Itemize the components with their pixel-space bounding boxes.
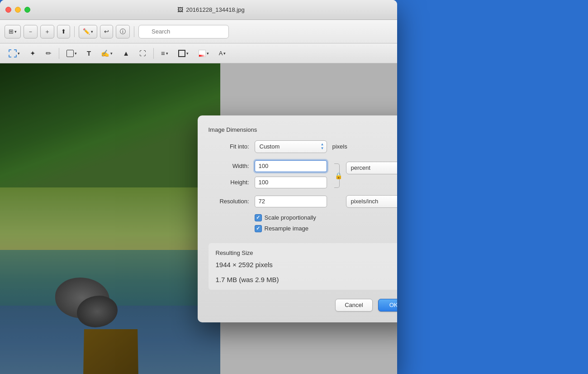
- chevron-down-icon-4: ▾: [75, 51, 77, 56]
- crop-icon: ⛶: [139, 49, 146, 57]
- zoom-out-icon: －: [28, 28, 33, 36]
- close-button[interactable]: [5, 7, 11, 13]
- list-button[interactable]: ≡ ▾: [157, 46, 172, 61]
- dimensions-group: Width: Height: 🔒: [209, 160, 398, 190]
- resolution-group: Resolution: pixels/inch ▲ ▼: [209, 195, 398, 208]
- font-icon: A: [219, 50, 223, 57]
- chevron-down-icon: ▾: [14, 29, 17, 34]
- maximize-button[interactable]: [24, 7, 30, 13]
- chevron-down-icon-6: ▾: [166, 51, 168, 56]
- font-button[interactable]: A ▾: [215, 46, 230, 61]
- window-title-area: 🖼 20161228_134418.jpg: [30, 6, 392, 13]
- traffic-lights: [5, 7, 30, 13]
- fill-color-icon: [199, 50, 206, 57]
- scale-proportionally-label[interactable]: Scale proportionally: [265, 214, 316, 221]
- height-input[interactable]: [255, 177, 327, 188]
- rotate-button[interactable]: ↩: [100, 25, 113, 38]
- resample-image-checkbox[interactable]: ✓: [255, 225, 262, 232]
- shapes-icon: [66, 50, 74, 57]
- signature-icon: ✍: [101, 49, 109, 58]
- chevron-down-icon-3: ▾: [18, 51, 20, 56]
- toolbar-separator-2: [134, 26, 134, 37]
- dialog-buttons: Cancel OK: [209, 299, 398, 312]
- resolution-unit-select[interactable]: pixels/inch: [346, 195, 398, 208]
- signature-button[interactable]: ✍ ▾: [97, 46, 117, 61]
- pen-icon: ✏️: [83, 28, 90, 35]
- toolbar-separator-1: [74, 26, 75, 37]
- dialog-title: Image Dimensions: [209, 126, 398, 133]
- resolution-input[interactable]: [255, 196, 327, 207]
- resample-image-wrapper: ✓ Resample image: [255, 225, 398, 232]
- chevron-down-icon-8: ▾: [207, 51, 209, 56]
- sketch-button[interactable]: ✏: [42, 46, 56, 61]
- shapes-button[interactable]: ▾: [62, 46, 81, 61]
- file-icon: 🖼: [177, 6, 183, 13]
- zoom-out-button[interactable]: －: [24, 25, 38, 38]
- text-button[interactable]: T: [83, 46, 95, 61]
- lock-icon[interactable]: 🔒: [335, 172, 342, 179]
- sidebar-toggle-button[interactable]: ⊞ ▾: [5, 25, 21, 38]
- border-color-button[interactable]: ▾: [174, 46, 193, 61]
- resolution-label: Resolution:: [209, 198, 249, 205]
- info-icon: ⓘ: [120, 28, 126, 36]
- result-section: Resulting Size 1944 × 2592 pixels 1.7 MB…: [209, 243, 398, 290]
- text-icon: T: [87, 49, 91, 57]
- resample-image-label[interactable]: Resample image: [265, 225, 309, 232]
- adjust-icon: ▲: [123, 49, 129, 57]
- instant-alpha-button[interactable]: ✦: [26, 46, 40, 61]
- chevron-down-icon-2: ▾: [91, 29, 93, 34]
- chevron-down-icon-7: ▾: [186, 51, 189, 56]
- annotate-button[interactable]: ⓘ: [116, 25, 130, 38]
- checkmark-icon-2: ✓: [256, 225, 260, 231]
- resolution-row: Resolution:: [209, 196, 327, 207]
- result-section-title: Resulting Size: [216, 249, 398, 256]
- draw-toolbar: ▾ ✦ ✏ ▾ T ✍ ▾ ▲ ⛶ ≡ ▾: [0, 43, 397, 63]
- unit-select-wrapper: percent ▲ ▼: [346, 162, 398, 174]
- zoom-in-button[interactable]: ＋: [40, 25, 54, 38]
- sidebar-icon: ⊞: [9, 28, 14, 35]
- checkmark-icon-1: ✓: [256, 215, 260, 221]
- wh-inputs: Width: Height:: [209, 160, 327, 188]
- fit-into-select[interactable]: Custom: [255, 140, 327, 153]
- toolbar: ⊞ ▾ － ＋ ⬆ ✏️ ▾ ↩ ⓘ 🔍: [0, 20, 397, 43]
- percent-select[interactable]: percent: [346, 162, 398, 174]
- search-input[interactable]: [138, 25, 229, 38]
- selection-icon: [9, 49, 17, 58]
- ok-button[interactable]: OK: [378, 299, 397, 312]
- adjust-color-button[interactable]: ▲: [119, 46, 133, 61]
- fit-into-row: Fit into: Custom ▲ ▼ pixels: [209, 140, 398, 153]
- draw-separator-2: [153, 48, 154, 59]
- scale-proportionally-wrapper: ✓ Scale proportionally: [255, 214, 398, 221]
- pencil-icon: ✏: [46, 49, 52, 58]
- share-icon: ⬆: [61, 28, 66, 35]
- fit-into-unit-label: pixels: [332, 143, 347, 150]
- result-dimensions: 1944 × 2592 pixels: [216, 261, 398, 269]
- scale-proportionally-checkbox[interactable]: ✓: [255, 214, 262, 221]
- fill-color-button[interactable]: ▾: [194, 46, 213, 61]
- resolution-unit-select-wrapper: pixels/inch ▲ ▼: [346, 195, 398, 208]
- cancel-button[interactable]: Cancel: [335, 299, 372, 312]
- modal-overlay: Image Dimensions Fit into: Custom ▲ ▼ pi…: [0, 63, 397, 374]
- chevron-down-icon-9: ▾: [223, 51, 226, 56]
- fit-into-select-wrapper: Custom ▲ ▼: [255, 140, 327, 153]
- minimize-button[interactable]: [15, 7, 21, 13]
- width-input[interactable]: [255, 160, 327, 172]
- chevron-down-icon-5: ▾: [110, 51, 113, 56]
- draw-separator-1: [59, 48, 59, 59]
- markup-button[interactable]: ✏️ ▾: [79, 25, 97, 38]
- lock-bracket-wrapper: 🔒: [327, 162, 341, 190]
- window-title: 20161228_134418.jpg: [186, 6, 244, 13]
- search-wrapper: 🔍: [138, 25, 229, 38]
- selection-tool-button[interactable]: ▾: [5, 46, 24, 61]
- magic-wand-icon: ✦: [30, 49, 36, 58]
- share-button[interactable]: ⬆: [57, 25, 70, 38]
- height-label: Height:: [209, 179, 249, 186]
- border-color-icon: [178, 50, 185, 57]
- width-row: Width:: [209, 160, 327, 172]
- zoom-in-icon: ＋: [44, 28, 50, 36]
- height-row: Height:: [209, 177, 327, 188]
- width-label: Width:: [209, 163, 249, 169]
- crop-button[interactable]: ⛶: [135, 46, 150, 61]
- mac-window: 🖼 20161228_134418.jpg ⊞ ▾ － ＋ ⬆ ✏️ ▾ ↩ ⓘ: [0, 0, 397, 374]
- title-bar: 🖼 20161228_134418.jpg: [0, 0, 397, 20]
